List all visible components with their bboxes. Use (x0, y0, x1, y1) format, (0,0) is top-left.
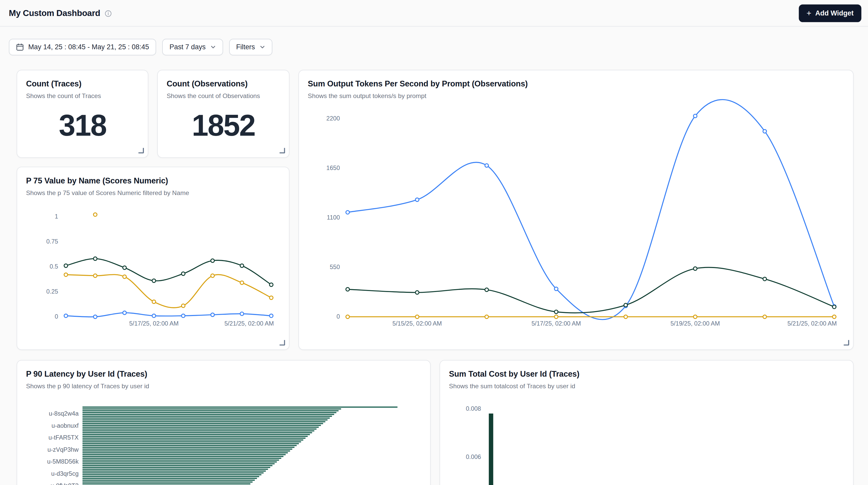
widget-title: Sum Total Cost by User Id (Traces) (449, 369, 844, 378)
resize-handle[interactable] (280, 148, 285, 153)
svg-text:1: 1 (55, 213, 58, 220)
widget-title: P 90 Latency by User Id (Traces) (26, 369, 422, 378)
svg-text:5/19/25, 02:00 AM: 5/19/25, 02:00 AM (671, 320, 720, 327)
svg-text:0: 0 (337, 313, 340, 320)
widget-subtitle: Shows the p 90 latency of Traces by user… (26, 383, 422, 389)
date-range-button[interactable]: May 14, 25 : 08:45 - May 21, 25 : 08:45 (9, 39, 156, 55)
svg-text:1650: 1650 (327, 164, 340, 171)
widget-card-total-cost: Sum Total Cost by User Id (Traces) Shows… (439, 360, 854, 485)
svg-text:1100: 1100 (327, 214, 340, 221)
dashboard-page: My Custom Dashboard + Add Widget (0, 0, 868, 485)
date-preset-dropdown[interactable]: Past 7 days (162, 39, 223, 55)
svg-text:u-zVqP3hw: u-zVqP3hw (48, 446, 79, 453)
widget-card-tokens-per-second: Sum Output Tokens Per Second by Prompt (… (298, 70, 854, 350)
filters-label: Filters (236, 43, 255, 51)
widget-title: Sum Output Tokens Per Second by Prompt (… (308, 79, 844, 88)
date-range-label: May 14, 25 : 08:45 - May 21, 25 : 08:45 (28, 43, 149, 51)
svg-text:u-tFAR5TX: u-tFAR5TX (49, 434, 79, 441)
resize-handle[interactable] (138, 148, 144, 153)
svg-text:5/21/25, 02:00 AM: 5/21/25, 02:00 AM (787, 320, 837, 327)
chevron-down-icon (210, 44, 216, 50)
svg-text:5/17/25, 02:00 AM: 5/17/25, 02:00 AM (129, 320, 179, 327)
svg-text:u-8fVa9T3: u-8fVa9T3 (51, 482, 79, 485)
svg-text:0: 0 (55, 313, 58, 320)
widget-subtitle: Shows the sum totalcost of Traces by use… (449, 383, 844, 389)
metric-value: 318 (26, 110, 139, 140)
svg-text:5/15/25, 02:00 AM: 5/15/25, 02:00 AM (393, 320, 442, 327)
tokens-per-second-line-chart: 05501100165022005/15/25, 02:00 AM5/17/25… (308, 105, 844, 330)
add-widget-label: Add Widget (815, 9, 854, 17)
svg-text:5/17/25, 02:00 AM: 5/17/25, 02:00 AM (531, 320, 581, 327)
resize-handle[interactable] (280, 340, 285, 345)
svg-text:0.75: 0.75 (46, 238, 58, 245)
svg-text:0.008: 0.008 (466, 405, 481, 412)
widget-subtitle: Shows the count of Traces (26, 92, 139, 99)
widget-card-p90-latency: P 90 Latency by User Id (Traces) Shows t… (17, 360, 431, 485)
widget-title: P 75 Value by Name (Scores Numeric) (26, 176, 280, 185)
svg-text:2200: 2200 (327, 115, 340, 122)
svg-text:u-d3qr5cg: u-d3qr5cg (51, 470, 79, 477)
svg-text:u-8sq2w4a: u-8sq2w4a (49, 410, 79, 417)
plus-icon: + (807, 8, 811, 17)
widget-subtitle: Shows the sum output tokens/s by prompt (308, 92, 844, 99)
metric-value: 1852 (166, 110, 280, 140)
widget-title: Count (Observations) (166, 79, 280, 88)
page-title: My Custom Dashboard (9, 8, 100, 18)
p90-latency-bar-chart: u-8sq2w4au-aobnuxfu-tFAR5TXu-zVqP3hwu-5M… (26, 399, 423, 485)
svg-text:u-aobnuxf: u-aobnuxf (52, 422, 79, 429)
calendar-icon (16, 43, 24, 51)
resize-handle[interactable] (844, 340, 849, 345)
date-preset-label: Past 7 days (169, 43, 206, 51)
svg-text:0.25: 0.25 (46, 288, 58, 295)
svg-text:0.5: 0.5 (50, 263, 58, 270)
widget-subtitle: Shows the count of Observations (166, 92, 280, 99)
svg-text:5/21/25, 02:00 AM: 5/21/25, 02:00 AM (224, 320, 274, 327)
svg-text:u-5M8D56k: u-5M8D56k (47, 458, 79, 465)
total-cost-bar-chart: 0.0080.006 (449, 399, 845, 485)
filters-dropdown[interactable]: Filters (229, 39, 272, 55)
svg-text:0.006: 0.006 (466, 454, 481, 460)
info-icon[interactable] (105, 10, 112, 17)
add-widget-button[interactable]: + Add Widget (799, 4, 861, 22)
chevron-down-icon (259, 44, 265, 50)
widget-card-count-observations: Count (Observations) Shows the count of … (157, 70, 289, 158)
widget-card-count-traces: Count (Traces) Shows the count of Traces… (17, 70, 148, 158)
widget-title: Count (Traces) (26, 79, 139, 88)
widget-subtitle: Shows the p 75 value of Scores Numeric f… (26, 189, 280, 196)
filter-toolbar: May 14, 25 : 08:45 - May 21, 25 : 08:45 … (9, 39, 272, 55)
widget-card-p75-value: P 75 Value by Name (Scores Numeric) Show… (17, 166, 289, 350)
page-header: My Custom Dashboard + Add Widget (0, 0, 868, 27)
svg-text:550: 550 (330, 264, 340, 270)
p75-value-line-chart: 00.250.50.7515/17/25, 02:00 AM5/21/25, 0… (26, 202, 281, 329)
